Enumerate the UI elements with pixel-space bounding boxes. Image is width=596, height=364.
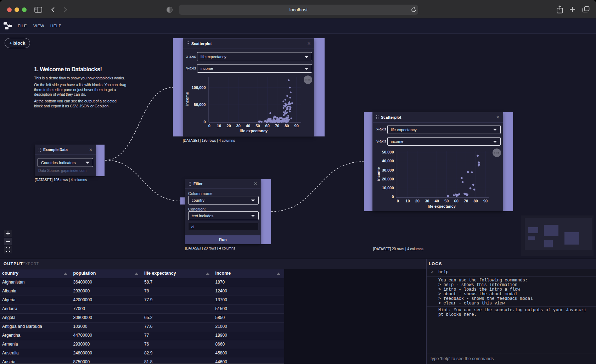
svg-text:0: 0: [203, 120, 206, 124]
svg-text:20,000: 20,000: [382, 177, 394, 181]
svg-text:life expectancy: life expectancy: [428, 204, 456, 208]
svg-text:60: 60: [454, 199, 459, 203]
svg-text:10,000: 10,000: [382, 186, 394, 190]
svg-text:100,000: 100,000: [192, 85, 206, 90]
svg-text:50,000: 50,000: [382, 150, 394, 154]
svg-text:50: 50: [444, 199, 449, 203]
svg-text:0: 0: [208, 124, 210, 128]
svg-text:90: 90: [294, 124, 299, 128]
svg-text:30: 30: [425, 199, 429, 203]
svg-text:40: 40: [246, 124, 250, 128]
svg-text:income: income: [185, 92, 189, 106]
svg-text:40: 40: [435, 199, 439, 203]
svg-text:90: 90: [483, 199, 488, 203]
svg-text:20: 20: [415, 199, 420, 203]
svg-text:60: 60: [265, 124, 270, 128]
svg-text:life expectancy: life expectancy: [240, 129, 268, 133]
svg-text:40,000: 40,000: [382, 159, 394, 163]
svg-text:50: 50: [255, 124, 260, 128]
svg-text:70: 70: [275, 124, 279, 128]
svg-text:50,000: 50,000: [194, 102, 206, 107]
svg-text:30,000: 30,000: [382, 168, 394, 172]
svg-text:income: income: [376, 167, 381, 181]
svg-text:10: 10: [405, 199, 410, 203]
svg-text:80: 80: [473, 199, 478, 203]
svg-text:0: 0: [397, 199, 399, 203]
svg-text:80: 80: [285, 124, 289, 128]
svg-text:30: 30: [236, 124, 241, 128]
svg-text:10: 10: [217, 124, 221, 128]
svg-text:20: 20: [226, 124, 231, 128]
svg-text:70: 70: [464, 199, 468, 203]
svg-text:0: 0: [392, 195, 394, 199]
